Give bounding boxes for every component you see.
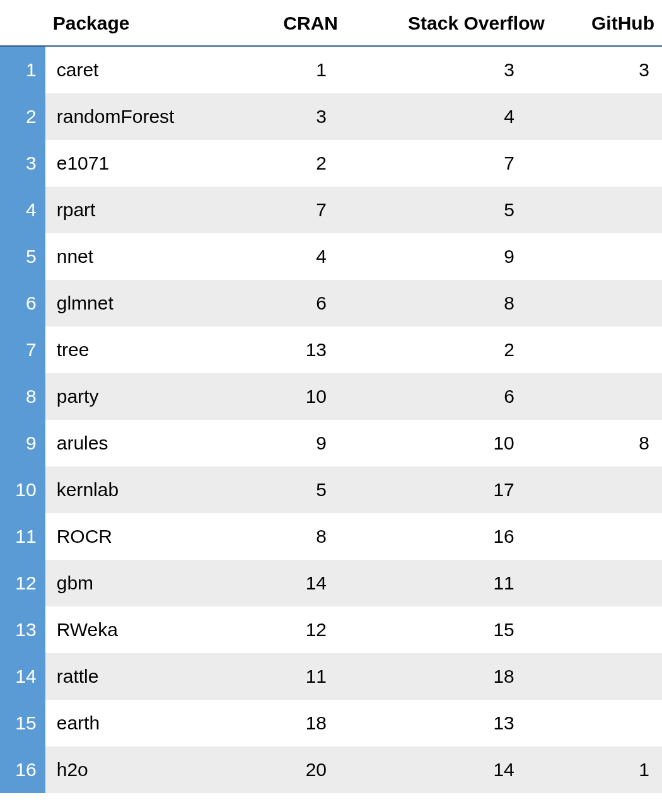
header-github: GitHub	[552, 0, 662, 46]
cell-github: 8	[552, 420, 662, 467]
row-index: 9	[0, 420, 45, 467]
cell-github	[552, 140, 662, 187]
cell-cran: 13	[245, 327, 346, 373]
table-row: 4rpart75	[0, 187, 662, 233]
header-index	[0, 0, 45, 46]
cell-stack-overflow: 6	[346, 373, 552, 420]
cell-package: kernlab	[45, 467, 246, 513]
cell-package: h2o	[45, 746, 246, 793]
cell-package: ROCR	[45, 513, 246, 560]
table-row: 13RWeka1215	[0, 606, 662, 653]
row-index: 12	[0, 560, 45, 606]
cell-github: 1	[552, 746, 662, 793]
cell-package: e1071	[45, 140, 246, 187]
table-row: 15earth1813	[0, 700, 662, 746]
cell-stack-overflow: 5	[346, 187, 552, 233]
cell-cran: 9	[245, 420, 346, 467]
cell-stack-overflow: 3	[346, 46, 552, 93]
cell-package: randomForest	[45, 93, 246, 140]
cell-cran: 12	[245, 606, 346, 653]
cell-github	[552, 560, 662, 606]
cell-cran: 8	[245, 513, 346, 560]
cell-github	[552, 606, 662, 653]
cell-github	[552, 653, 662, 700]
table-row: 3e107127	[0, 140, 662, 187]
header-cran: CRAN	[245, 0, 346, 46]
cell-cran: 3	[245, 93, 346, 140]
cell-package: nnet	[45, 233, 246, 280]
packages-table: Package CRAN Stack Overflow GitHub 1care…	[0, 0, 662, 793]
row-index: 7	[0, 327, 45, 373]
table-row: 2randomForest34	[0, 93, 662, 140]
cell-github	[552, 513, 662, 560]
cell-stack-overflow: 18	[346, 653, 552, 700]
cell-stack-overflow: 9	[346, 233, 552, 280]
table-row: 8party106	[0, 373, 662, 420]
cell-cran: 5	[245, 467, 346, 513]
cell-stack-overflow: 15	[346, 606, 552, 653]
cell-stack-overflow: 14	[346, 746, 552, 793]
cell-github	[552, 187, 662, 233]
row-index: 8	[0, 373, 45, 420]
cell-stack-overflow: 7	[346, 140, 552, 187]
table-row: 1caret133	[0, 46, 662, 93]
header-stack-overflow: Stack Overflow	[346, 0, 552, 46]
cell-cran: 18	[245, 700, 346, 746]
cell-github: 3	[552, 46, 662, 93]
cell-package: arules	[45, 420, 246, 467]
cell-package: glmnet	[45, 280, 246, 327]
cell-github	[552, 700, 662, 746]
table-row: 10kernlab517	[0, 467, 662, 513]
cell-cran: 7	[245, 187, 346, 233]
cell-package: caret	[45, 46, 246, 93]
cell-package: party	[45, 373, 246, 420]
row-index: 16	[0, 746, 45, 793]
row-index: 10	[0, 467, 45, 513]
cell-github	[552, 467, 662, 513]
cell-stack-overflow: 16	[346, 513, 552, 560]
row-index: 1	[0, 46, 45, 93]
table-row: 16h2o20141	[0, 746, 662, 793]
table-row: 14rattle1118	[0, 653, 662, 700]
cell-package: tree	[45, 327, 246, 373]
cell-cran: 20	[245, 746, 346, 793]
table-row: 12gbm1411	[0, 560, 662, 606]
cell-package: gbm	[45, 560, 246, 606]
cell-cran: 6	[245, 280, 346, 327]
row-index: 4	[0, 187, 45, 233]
table-row: 7tree132	[0, 327, 662, 373]
cell-stack-overflow: 13	[346, 700, 552, 746]
cell-github	[552, 280, 662, 327]
cell-package: earth	[45, 700, 246, 746]
cell-cran: 2	[245, 140, 346, 187]
cell-cran: 11	[245, 653, 346, 700]
cell-cran: 1	[245, 46, 346, 93]
row-index: 6	[0, 280, 45, 327]
cell-cran: 10	[245, 373, 346, 420]
table-row: 11ROCR816	[0, 513, 662, 560]
row-index: 15	[0, 700, 45, 746]
cell-github	[552, 327, 662, 373]
cell-stack-overflow: 17	[346, 467, 552, 513]
row-index: 13	[0, 606, 45, 653]
cell-package: RWeka	[45, 606, 246, 653]
cell-stack-overflow: 8	[346, 280, 552, 327]
cell-stack-overflow: 11	[346, 560, 552, 606]
header-package: Package	[45, 0, 246, 46]
table-row: 9arules9108	[0, 420, 662, 467]
row-index: 11	[0, 513, 45, 560]
cell-package: rpart	[45, 187, 246, 233]
cell-github	[552, 93, 662, 140]
cell-cran: 4	[245, 233, 346, 280]
table-body: 1caret1332randomForest343e1071274rpart75…	[0, 46, 662, 793]
row-index: 5	[0, 233, 45, 280]
table-header-row: Package CRAN Stack Overflow GitHub	[0, 0, 662, 46]
cell-stack-overflow: 4	[346, 93, 552, 140]
cell-github	[552, 373, 662, 420]
cell-cran: 14	[245, 560, 346, 606]
cell-stack-overflow: 2	[346, 327, 552, 373]
row-index: 14	[0, 653, 45, 700]
cell-github	[552, 233, 662, 280]
table-row: 6glmnet68	[0, 280, 662, 327]
cell-package: rattle	[45, 653, 246, 700]
